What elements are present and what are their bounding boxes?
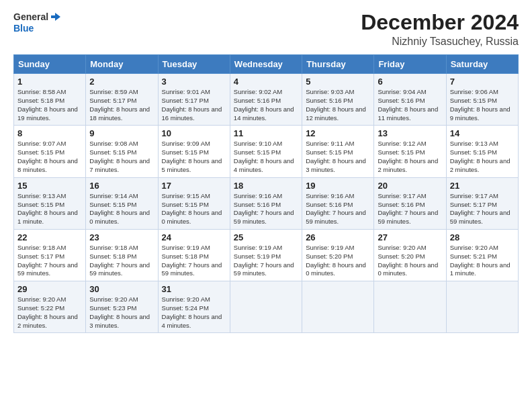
day-number: 15 xyxy=(17,181,82,191)
header-monday: Monday xyxy=(86,55,158,74)
table-cell: 16 Sunrise: 9:14 AMSunset: 5:15 PMDaylig… xyxy=(86,177,158,229)
cell-info: Sunrise: 9:15 AMSunset: 5:15 PMDaylight:… xyxy=(162,192,222,225)
table-cell: 8 Sunrise: 9:07 AMSunset: 5:15 PMDayligh… xyxy=(14,126,86,177)
table-cell: 10 Sunrise: 9:09 AMSunset: 5:15 PMDaylig… xyxy=(158,126,230,177)
table-cell: 29 Sunrise: 9:20 AMSunset: 5:22 PMDaylig… xyxy=(14,281,86,333)
logo-blue: Blue xyxy=(13,23,62,34)
cell-info: Sunrise: 9:19 AMSunset: 5:18 PMDaylight:… xyxy=(162,244,222,277)
table-cell: 28 Sunrise: 9:20 AMSunset: 5:21 PMDaylig… xyxy=(446,229,518,281)
month-title: December 2024 xyxy=(361,11,519,34)
cell-info: Sunrise: 9:08 AMSunset: 5:15 PMDaylight:… xyxy=(89,140,150,173)
cell-info: Sunrise: 9:17 AMSunset: 5:16 PMDaylight:… xyxy=(378,192,438,225)
cell-info: Sunrise: 9:19 AMSunset: 5:19 PMDaylight:… xyxy=(234,244,294,277)
table-cell: 5 Sunrise: 9:03 AMSunset: 5:16 PMDayligh… xyxy=(302,74,374,126)
day-number: 3 xyxy=(162,77,226,87)
table-cell: 26 Sunrise: 9:19 AMSunset: 5:20 PMDaylig… xyxy=(302,229,374,281)
day-number: 16 xyxy=(89,181,154,191)
table-cell: 31 Sunrise: 9:20 AMSunset: 5:24 PMDaylig… xyxy=(158,281,230,333)
day-number: 13 xyxy=(378,128,442,138)
cell-info: Sunrise: 9:03 AMSunset: 5:16 PMDaylight:… xyxy=(306,88,366,121)
day-number: 2 xyxy=(89,77,154,87)
header-tuesday: Tuesday xyxy=(158,55,230,74)
calendar-table: Sunday Monday Tuesday Wednesday Thursday… xyxy=(13,54,519,333)
table-cell: 4 Sunrise: 9:02 AMSunset: 5:16 PMDayligh… xyxy=(230,74,302,126)
table-cell: 23 Sunrise: 9:18 AMSunset: 5:18 PMDaylig… xyxy=(86,229,158,281)
cell-info: Sunrise: 9:02 AMSunset: 5:16 PMDaylight:… xyxy=(234,88,294,121)
title-block: December 2024 Nizhniy Tsasuchey, Russia xyxy=(361,11,519,48)
header-row: Sunday Monday Tuesday Wednesday Thursday… xyxy=(14,55,519,74)
cell-info: Sunrise: 9:01 AMSunset: 5:17 PMDaylight:… xyxy=(162,88,222,121)
day-number: 4 xyxy=(234,77,298,87)
cell-info: Sunrise: 9:18 AMSunset: 5:18 PMDaylight:… xyxy=(89,244,150,277)
day-number: 26 xyxy=(306,232,370,242)
header-wednesday: Wednesday xyxy=(230,55,302,74)
day-number: 14 xyxy=(450,128,515,138)
day-number: 19 xyxy=(306,181,370,191)
table-cell: 17 Sunrise: 9:15 AMSunset: 5:15 PMDaylig… xyxy=(158,177,230,229)
day-number: 7 xyxy=(450,77,515,87)
table-cell xyxy=(302,281,374,333)
logo: General Blue xyxy=(13,11,62,34)
header-saturday: Saturday xyxy=(446,55,518,74)
table-cell: 2 Sunrise: 8:59 AMSunset: 5:17 PMDayligh… xyxy=(86,74,158,126)
table-cell: 3 Sunrise: 9:01 AMSunset: 5:17 PMDayligh… xyxy=(158,74,230,126)
day-number: 9 xyxy=(89,128,154,138)
day-number: 23 xyxy=(89,232,154,242)
day-number: 30 xyxy=(89,284,154,294)
header-thursday: Thursday xyxy=(302,55,374,74)
table-cell xyxy=(446,281,518,333)
day-number: 22 xyxy=(17,232,82,242)
cell-info: Sunrise: 9:04 AMSunset: 5:16 PMDaylight:… xyxy=(378,88,438,121)
cell-info: Sunrise: 9:09 AMSunset: 5:15 PMDaylight:… xyxy=(162,140,222,173)
day-number: 10 xyxy=(162,128,226,138)
table-cell: 13 Sunrise: 9:12 AMSunset: 5:15 PMDaylig… xyxy=(374,126,446,177)
cell-info: Sunrise: 9:12 AMSunset: 5:15 PMDaylight:… xyxy=(378,140,438,173)
day-number: 25 xyxy=(234,232,298,242)
table-cell: 30 Sunrise: 9:20 AMSunset: 5:23 PMDaylig… xyxy=(86,281,158,333)
table-cell: 25 Sunrise: 9:19 AMSunset: 5:19 PMDaylig… xyxy=(230,229,302,281)
table-cell: 22 Sunrise: 9:18 AMSunset: 5:17 PMDaylig… xyxy=(14,229,86,281)
table-cell: 21 Sunrise: 9:17 AMSunset: 5:17 PMDaylig… xyxy=(446,177,518,229)
day-number: 12 xyxy=(306,128,370,138)
header: General Blue December 2024 Nizhniy Tsasu… xyxy=(13,11,519,48)
table-row: 29 Sunrise: 9:20 AMSunset: 5:22 PMDaylig… xyxy=(14,281,519,333)
day-number: 17 xyxy=(162,181,226,191)
cell-info: Sunrise: 9:20 AMSunset: 5:22 PMDaylight:… xyxy=(17,295,78,328)
cell-info: Sunrise: 9:11 AMSunset: 5:15 PMDaylight:… xyxy=(306,140,366,173)
day-number: 1 xyxy=(17,77,82,87)
table-cell: 27 Sunrise: 9:20 AMSunset: 5:20 PMDaylig… xyxy=(374,229,446,281)
day-number: 18 xyxy=(234,181,298,191)
table-cell: 19 Sunrise: 9:16 AMSunset: 5:16 PMDaylig… xyxy=(302,177,374,229)
cell-info: Sunrise: 9:07 AMSunset: 5:15 PMDaylight:… xyxy=(17,140,78,173)
day-number: 24 xyxy=(162,232,226,242)
table-row: 8 Sunrise: 9:07 AMSunset: 5:15 PMDayligh… xyxy=(14,126,519,177)
table-cell: 24 Sunrise: 9:19 AMSunset: 5:18 PMDaylig… xyxy=(158,229,230,281)
table-cell: 1 Sunrise: 8:58 AMSunset: 5:18 PMDayligh… xyxy=(14,74,86,126)
table-cell: 11 Sunrise: 9:10 AMSunset: 5:15 PMDaylig… xyxy=(230,126,302,177)
table-cell: 6 Sunrise: 9:04 AMSunset: 5:16 PMDayligh… xyxy=(374,74,446,126)
header-friday: Friday xyxy=(374,55,446,74)
day-number: 27 xyxy=(378,232,442,242)
table-cell: 15 Sunrise: 9:13 AMSunset: 5:15 PMDaylig… xyxy=(14,177,86,229)
logo-arrow-icon xyxy=(50,11,62,23)
table-row: 22 Sunrise: 9:18 AMSunset: 5:17 PMDaylig… xyxy=(14,229,519,281)
cell-info: Sunrise: 8:59 AMSunset: 5:17 PMDaylight:… xyxy=(89,88,150,121)
table-cell: 7 Sunrise: 9:06 AMSunset: 5:15 PMDayligh… xyxy=(446,74,518,126)
cell-info: Sunrise: 9:20 AMSunset: 5:23 PMDaylight:… xyxy=(89,295,150,328)
day-number: 29 xyxy=(17,284,82,294)
table-row: 1 Sunrise: 8:58 AMSunset: 5:18 PMDayligh… xyxy=(14,74,519,126)
table-cell: 9 Sunrise: 9:08 AMSunset: 5:15 PMDayligh… xyxy=(86,126,158,177)
table-cell: 18 Sunrise: 9:16 AMSunset: 5:16 PMDaylig… xyxy=(230,177,302,229)
logo-general: General xyxy=(13,11,48,22)
table-row: 15 Sunrise: 9:13 AMSunset: 5:15 PMDaylig… xyxy=(14,177,519,229)
cell-info: Sunrise: 9:20 AMSunset: 5:21 PMDaylight:… xyxy=(450,244,511,277)
cell-info: Sunrise: 9:10 AMSunset: 5:15 PMDaylight:… xyxy=(234,140,294,173)
day-number: 28 xyxy=(450,232,515,242)
day-number: 8 xyxy=(17,128,82,138)
page-container: General Blue December 2024 Nizhniy Tsasu… xyxy=(0,0,532,340)
cell-info: Sunrise: 9:20 AMSunset: 5:20 PMDaylight:… xyxy=(378,244,438,277)
cell-info: Sunrise: 9:17 AMSunset: 5:17 PMDaylight:… xyxy=(450,192,511,225)
table-cell xyxy=(230,281,302,333)
cell-info: Sunrise: 9:06 AMSunset: 5:15 PMDaylight:… xyxy=(450,88,511,121)
table-cell: 20 Sunrise: 9:17 AMSunset: 5:16 PMDaylig… xyxy=(374,177,446,229)
